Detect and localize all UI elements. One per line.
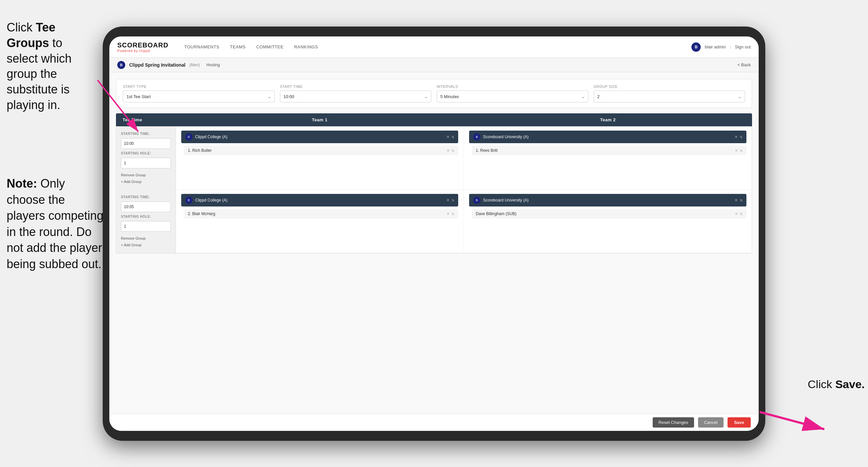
- tee-actions-1: Remove Group + Add Group: [121, 172, 171, 184]
- instruction-tee-groups: Click Tee Groups to select which group t…: [0, 20, 103, 113]
- remove-group-btn-1[interactable]: Remove Group: [121, 172, 171, 178]
- nav-tournaments[interactable]: TOURNAMENTS: [179, 36, 225, 58]
- team1-icon-1: C: [185, 133, 192, 141]
- add-group-btn-2[interactable]: + Add Group: [121, 242, 171, 247]
- logo-sub: Powered by clippd: [117, 49, 168, 53]
- sub-header: B Clippd Spring Invitational (Men) Hosti…: [109, 58, 759, 72]
- player-remove-1-1[interactable]: ✕: [446, 148, 450, 153]
- col-team1: Team 1: [176, 113, 464, 126]
- team2-icon-1: S: [473, 133, 480, 141]
- user-avatar: B: [691, 42, 701, 52]
- cancel-button[interactable]: Cancel: [698, 417, 723, 428]
- player-remove-2-1[interactable]: ✕: [735, 148, 738, 153]
- team1-name-1: Clippd College (A): [195, 135, 444, 139]
- user-name: blair admin: [705, 45, 726, 49]
- sub-header-left: B Clippd Spring Invitational (Men) Hosti…: [117, 61, 220, 69]
- tee-hole-input-1[interactable]: [121, 158, 171, 168]
- team2-name-2: Scoreboard University (A): [483, 198, 732, 203]
- intervals-field: Intervals: [437, 85, 588, 103]
- starting-time-label-2: STARTING TIME:: [121, 195, 171, 199]
- hosting-label: Hosting: [207, 63, 220, 67]
- team2-sort-2[interactable]: ⇅: [740, 199, 742, 202]
- click-save-label: Click Save.: [808, 378, 865, 391]
- group-size-label: Group Size: [594, 85, 745, 88]
- team1-name-2: Clippd College (A): [195, 198, 444, 203]
- nav-logo: SCOREBOARD Powered by clippd: [117, 41, 168, 53]
- svg-line-3: [760, 412, 824, 429]
- col-team2: Team 2: [464, 113, 752, 126]
- nav-right: B blair admin | Sign out: [691, 42, 751, 52]
- schedule-header: Tee Time Team 1 Team 2: [116, 113, 752, 126]
- navbar: SCOREBOARD Powered by clippd TOURNAMENTS…: [109, 36, 759, 58]
- player-card-2-1[interactable]: 1. Rees Britt ✕ ⇅: [472, 146, 746, 155]
- tournament-icon: B: [117, 61, 125, 69]
- tee-side-1: STARTING TIME: STARTING HOLE: Remove Gro…: [116, 126, 176, 189]
- team1-card-2[interactable]: C Clippd College (A) ✕ ⇅: [181, 194, 458, 206]
- team1-sort-1[interactable]: ⇅: [452, 135, 454, 139]
- team2-card-1[interactable]: S Scoreboard University (A) ✕ ⇅: [469, 130, 746, 143]
- nav-rankings[interactable]: RANKINGS: [289, 36, 323, 58]
- team2-sort-1[interactable]: ⇅: [740, 135, 742, 139]
- table-row: STARTING TIME: STARTING HOLE: Remove Gro…: [116, 190, 752, 253]
- group-size-input[interactable]: [594, 90, 745, 103]
- starting-hole-label-2: STARTING HOLE:: [121, 215, 171, 218]
- team2-remove-1[interactable]: ✕: [735, 135, 738, 139]
- reset-changes-button[interactable]: Reset Changes: [653, 417, 694, 428]
- start-time-label: Start Time: [280, 85, 432, 88]
- instruction-note: Note: Only choose the players competing …: [0, 176, 113, 272]
- start-type-label: Start Type: [123, 85, 275, 88]
- player-card-2-2[interactable]: Dave Billingham (SUB) ✕ ⇅: [472, 209, 746, 218]
- player-name-1-2: 2. Blair McHarg: [188, 211, 444, 216]
- player-remove-1-2[interactable]: ✕: [446, 212, 450, 216]
- main-content: Start Type Start Time Intervals: [109, 72, 759, 414]
- add-group-btn-1[interactable]: + Add Group: [121, 179, 171, 184]
- group-size-field: Group Size: [594, 85, 745, 103]
- sign-out-link[interactable]: Sign out: [735, 45, 751, 49]
- col-tee-time: Tee Time: [116, 113, 176, 126]
- player-remove-2-2[interactable]: ✕: [735, 212, 738, 216]
- player-sort-2-1[interactable]: ⇅: [740, 149, 742, 152]
- nav-teams[interactable]: TEAMS: [225, 36, 251, 58]
- team1-remove-2[interactable]: ✕: [446, 198, 450, 203]
- team2-card-2[interactable]: S Scoreboard University (A) ✕ ⇅: [469, 194, 746, 206]
- team2-remove-2[interactable]: ✕: [735, 198, 738, 203]
- intervals-input[interactable]: [437, 90, 588, 103]
- back-button[interactable]: Back: [738, 62, 751, 67]
- team2-cell-1: S Scoreboard University (A) ✕ ⇅ 1. Rees …: [464, 126, 752, 189]
- start-time-field: Start Time: [280, 85, 432, 103]
- tablet-screen: SCOREBOARD Powered by clippd TOURNAMENTS…: [109, 36, 759, 431]
- tee-actions-2: Remove Group + Add Group: [121, 236, 171, 247]
- team1-icon-2: C: [185, 197, 192, 204]
- team1-sort-2[interactable]: ⇅: [452, 199, 454, 202]
- nav-links: TOURNAMENTS TEAMS COMMITTEE RANKINGS: [179, 36, 691, 58]
- player-card-1-1[interactable]: 1. Rich Butler ✕ ⇅: [184, 146, 458, 155]
- player-sort-2-2[interactable]: ⇅: [740, 212, 742, 216]
- save-button[interactable]: Save: [727, 417, 751, 428]
- tee-time-input-1[interactable]: [121, 138, 171, 149]
- logo-title: SCOREBOARD: [117, 41, 168, 49]
- annotation-arrow-save: [755, 407, 841, 434]
- player-sort-1-1[interactable]: ⇅: [452, 149, 454, 152]
- nav-committee[interactable]: COMMITTEE: [251, 36, 289, 58]
- team1-cell-2: C Clippd College (A) ✕ ⇅ 2. Blair McHarg…: [176, 190, 464, 253]
- tee-side-2: STARTING TIME: STARTING HOLE: Remove Gro…: [116, 190, 176, 253]
- starting-time-label-1: STARTING TIME:: [121, 132, 171, 136]
- start-type-input[interactable]: [123, 90, 275, 103]
- team1-card-1[interactable]: C Clippd College (A) ✕ ⇅: [181, 130, 458, 143]
- team2-name-1: Scoreboard University (A): [483, 135, 732, 139]
- tablet-frame: SCOREBOARD Powered by clippd TOURNAMENTS…: [103, 27, 765, 441]
- tee-hole-input-2[interactable]: [121, 221, 171, 232]
- player-sort-1-2[interactable]: ⇅: [452, 212, 454, 216]
- team2-icon-2: S: [473, 197, 480, 204]
- start-time-input[interactable]: [280, 90, 432, 103]
- remove-group-btn-2[interactable]: Remove Group: [121, 236, 171, 241]
- tournament-gender: (Men): [189, 63, 200, 67]
- player-card-1-2[interactable]: 2. Blair McHarg ✕ ⇅: [184, 209, 458, 218]
- player-name-2-1: 1. Rees Britt: [476, 148, 732, 153]
- player-name-2-2: Dave Billingham (SUB): [476, 211, 732, 216]
- tee-time-input-2[interactable]: [121, 202, 171, 212]
- table-row: STARTING TIME: STARTING HOLE: Remove Gro…: [116, 126, 752, 190]
- player-name-1-1: 1. Rich Butler: [188, 148, 444, 153]
- bottom-bar: Reset Changes Cancel Save: [109, 414, 759, 431]
- team1-remove-1[interactable]: ✕: [446, 135, 450, 139]
